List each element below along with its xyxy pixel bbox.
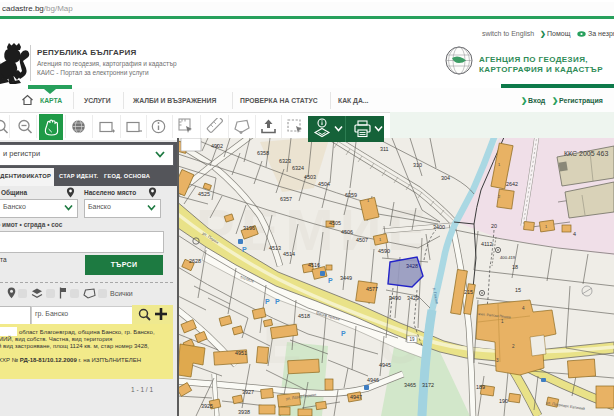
svg-text:20: 20 bbox=[491, 223, 497, 229]
svg-text:3172: 3172 bbox=[422, 382, 434, 388]
svg-text:2: 2 bbox=[512, 344, 515, 349]
svg-text:18: 18 bbox=[512, 264, 518, 270]
svg-text:19: 19 bbox=[410, 337, 416, 342]
svg-text:4525: 4525 bbox=[198, 191, 210, 197]
svg-text:4513: 4513 bbox=[269, 245, 281, 251]
svg-text:6323: 6323 bbox=[279, 158, 291, 164]
svg-text:P: P bbox=[328, 277, 333, 284]
svg-text:3925: 3925 bbox=[201, 403, 213, 409]
svg-text:3429: 3429 bbox=[407, 295, 419, 301]
svg-text:4590: 4590 bbox=[378, 248, 390, 254]
svg-text:4514: 4514 bbox=[283, 251, 295, 257]
svg-text:P: P bbox=[265, 298, 270, 305]
svg-text:4506: 4506 bbox=[341, 229, 353, 235]
svg-text:P: P bbox=[341, 330, 346, 337]
svg-text:3428: 3428 bbox=[406, 263, 418, 269]
svg-text:4518: 4518 bbox=[298, 313, 310, 319]
svg-text:4516: 4516 bbox=[308, 262, 320, 268]
svg-text:4112: 4112 bbox=[481, 241, 493, 247]
svg-text:3196: 3196 bbox=[243, 225, 255, 231]
svg-text:311: 311 bbox=[380, 146, 389, 152]
svg-text:4: 4 bbox=[522, 306, 525, 311]
svg-text:304: 304 bbox=[441, 175, 450, 181]
svg-text:215: 215 bbox=[464, 289, 473, 295]
svg-text:4507: 4507 bbox=[356, 237, 368, 243]
svg-text:P: P bbox=[275, 298, 280, 305]
svg-text:4503: 4503 bbox=[304, 174, 316, 180]
svg-text:1: 1 bbox=[501, 319, 504, 324]
svg-text:190: 190 bbox=[499, 398, 508, 404]
svg-text:4946: 4946 bbox=[367, 377, 379, 383]
svg-text:4505: 4505 bbox=[329, 220, 341, 226]
svg-text:400.419: 400.419 bbox=[500, 255, 516, 260]
svg-text:3927: 3927 bbox=[242, 389, 254, 395]
svg-text:4902: 4902 bbox=[211, 143, 223, 149]
svg-text:4945: 4945 bbox=[379, 362, 391, 368]
svg-text:3: 3 bbox=[496, 358, 499, 363]
svg-text:310: 310 bbox=[413, 162, 422, 168]
svg-text:2628: 2628 bbox=[189, 258, 201, 264]
svg-text:3490: 3490 bbox=[389, 295, 401, 301]
svg-text:ККС 2005 463: ККС 2005 463 bbox=[564, 150, 608, 157]
svg-text:2642: 2642 bbox=[506, 181, 518, 187]
svg-text:3400: 3400 bbox=[433, 224, 445, 230]
svg-text:4504: 4504 bbox=[318, 181, 330, 187]
svg-text:4577: 4577 bbox=[366, 286, 378, 292]
svg-text:6324: 6324 bbox=[292, 165, 304, 171]
svg-text:4947: 4947 bbox=[350, 394, 362, 400]
svg-text:6358: 6358 bbox=[257, 150, 269, 156]
svg-text:4: 4 bbox=[573, 231, 576, 237]
svg-text:6359: 6359 bbox=[345, 192, 357, 198]
svg-text:3449: 3449 bbox=[340, 275, 352, 281]
svg-text:P: P bbox=[242, 246, 247, 253]
svg-text:3465: 3465 bbox=[404, 382, 416, 388]
svg-text:15: 15 bbox=[515, 287, 521, 293]
svg-text:4951: 4951 bbox=[235, 350, 247, 356]
svg-text:189: 189 bbox=[476, 384, 485, 390]
svg-text:3938: 3938 bbox=[238, 409, 250, 415]
svg-text:6357: 6357 bbox=[280, 196, 292, 202]
